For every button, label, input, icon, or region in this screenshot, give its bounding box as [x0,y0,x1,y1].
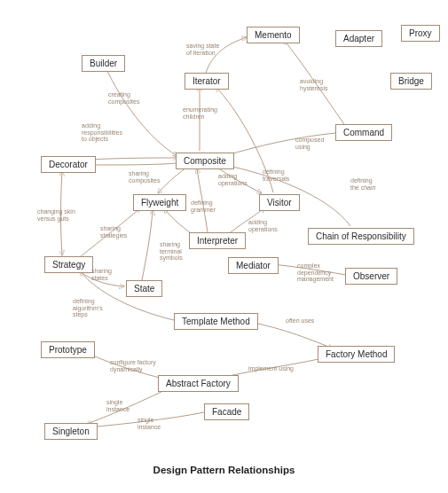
label-enumerating: enumeratingchildren [183,106,217,120]
label-sharing-strategies: sharingstrategies [100,225,127,239]
label-saving-state: saving stateof iteration [186,43,219,56]
label-avoiding-hysteresis: avoidinghysteresis [300,78,328,91]
node-iterator: Iterator [185,73,229,90]
label-complex-dep: complexdependencymanagement [297,262,334,283]
node-flyweight: Flyweight [133,194,186,211]
node-builder: Builder [82,55,125,72]
label-often-uses: often uses [286,317,314,325]
node-memento: Memento [247,27,300,43]
label-defining-alg: definingalgorithm'ssteps [73,298,103,318]
label-adding-ops1: addingoperations [218,173,248,186]
label-composed-using: composedusing [295,137,324,150]
label-changing-skin: changing skinversus guts [37,208,75,222]
node-strategy: Strategy [44,256,93,273]
label-single-instance2: singleinstance [138,417,161,430]
node-template: Template Method [174,313,258,330]
label-defining-grammer: defininggrammer [191,200,216,213]
label-creating-composites: creatingcomposites [108,91,139,105]
node-command: Command [335,124,392,141]
label-sharing-terminal: sharingterminalsymbols [160,241,183,262]
node-state: State [126,280,162,297]
node-interpreter: Interpreter [189,232,246,249]
node-chain: Chain of Responsibility [308,228,414,245]
node-observer: Observer [345,268,397,285]
label-configure-factory: configure factorydynamically [110,359,156,372]
node-adapter: Adapter [335,30,382,47]
node-facade: Facade [204,403,249,420]
node-decorator: Decorator [41,156,96,173]
node-abstract-factory: Abstract Factory [158,375,239,392]
node-proxy: Proxy [401,25,440,42]
node-visitor: Visitor [259,194,300,211]
label-defining-chain: definingthe chain [350,177,375,191]
node-singleton: Singleton [44,423,98,440]
label-adding-resp: addingresponsibilitiesto objects [82,122,122,143]
node-bridge: Bridge [390,73,432,90]
diagram-title: Design Pattern Relationships [0,465,448,475]
label-sharing-composites: sharingcomposites [129,170,160,184]
label-sharing-states: sharingstates [91,268,112,281]
node-composite: Composite [176,153,234,169]
node-factory: Factory Method [318,346,395,363]
node-mediator: Mediator [228,257,279,274]
label-adding-ops2: addingoperations [248,219,278,232]
label-implement-using: implement using [248,365,294,372]
label-single-instance1: singleinstance [106,399,130,412]
node-prototype: Prototype [41,341,95,358]
label-defining-traversals: definingtraversals [263,168,289,182]
